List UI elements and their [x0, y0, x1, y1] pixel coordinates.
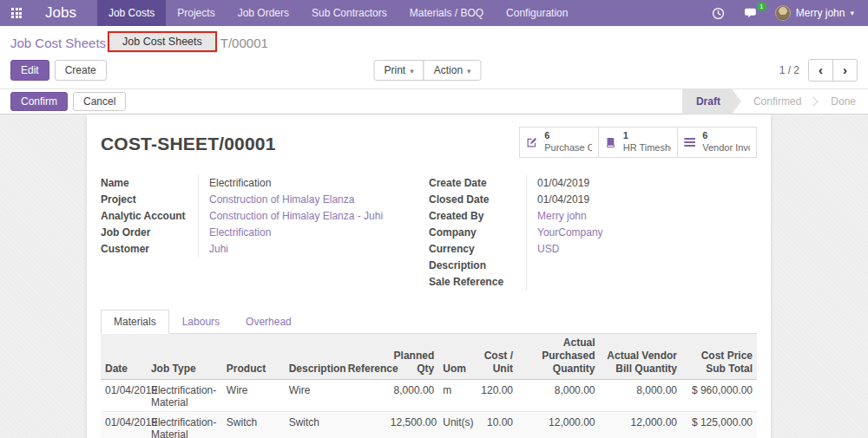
col-product[interactable]: Product	[222, 334, 285, 380]
activities-button[interactable]	[704, 0, 733, 26]
field-label: Description	[429, 258, 526, 273]
stat-button-hr-timesheets[interactable]: 1 HR Timeshe...	[598, 127, 678, 158]
state-done[interactable]: Done	[819, 89, 868, 114]
breadcrumb-highlight-overlay[interactable]: Job Cost Sheets	[108, 31, 217, 52]
menu-item-job-costs[interactable]: Job Costs	[97, 0, 166, 26]
col-reference[interactable]: Reference	[344, 334, 386, 380]
cell-date: 01/04/2019	[101, 411, 147, 438]
field-label: Company	[429, 225, 526, 240]
state-widget: Draft Confirmed Done	[682, 89, 868, 114]
app-title[interactable]: Jobs	[33, 0, 97, 26]
field-company: Company YourCompany	[429, 225, 757, 241]
col-actual-vendor-bill-qty[interactable]: Actual Vendor Bill Quantity	[599, 334, 681, 380]
col-uom[interactable]: Uom	[438, 334, 475, 380]
field-project: Project Construction of Himalay Elanza	[101, 192, 429, 208]
field-value: Electrification	[198, 175, 429, 192]
field-label: Project	[101, 192, 198, 207]
field-value-link[interactable]: Electrification	[198, 225, 429, 241]
field-label: Analytic Account	[101, 208, 198, 224]
message-count-badge: 1	[757, 2, 766, 11]
table-header-row: Date Job Type Product Description Refere…	[101, 334, 757, 380]
cell-uom: Unit(s)	[438, 411, 475, 438]
cell-description: Wire	[285, 380, 344, 412]
breadcrumb-current: T/00001	[220, 36, 268, 50]
cell-product: Switch	[222, 411, 285, 438]
stat-button-vendor-invoices[interactable]: 6 Vendor Invoi...	[677, 127, 757, 158]
book-icon	[605, 135, 616, 150]
main-menu: Job Costs Projects Job Orders Sub Contra…	[97, 0, 580, 26]
cell-cost-unit: 10.00	[475, 411, 517, 438]
content-area: COST-SHEET/00001 6 Purchase Or... 1 HR T…	[0, 114, 868, 438]
field-sale-reference: Sale Reference	[429, 274, 757, 291]
cell-job-type: Electrification-Material	[147, 380, 222, 412]
stat-label: HR Timeshe...	[623, 142, 671, 154]
state-draft[interactable]: Draft	[682, 89, 741, 114]
field-value: 01/04/2019	[526, 175, 757, 192]
field-label: Closed Date	[429, 192, 526, 207]
col-job-type[interactable]: Job Type	[147, 334, 222, 380]
table-row[interactable]: 01/04/2019 Electrification-Material Swit…	[101, 411, 757, 438]
field-job-order: Job Order Electrification	[101, 225, 429, 241]
cell-actual-purchased-qty: 12,000.00	[517, 411, 600, 438]
stat-count: 1	[623, 130, 671, 142]
cell-job-type: Electrification-Material	[147, 411, 222, 438]
field-analytic-account: Analytic Account Construction of Himalay…	[101, 208, 429, 225]
navbar-systray: 1 Merry john ▾	[704, 0, 868, 26]
menu-item-materials-boq[interactable]: Materials / BOQ	[398, 0, 495, 26]
state-confirmed[interactable]: Confirmed	[741, 89, 813, 114]
cell-actual-vendor-bill-qty: 8,000.00	[599, 380, 681, 412]
apps-menu-button[interactable]	[0, 0, 33, 26]
create-button[interactable]: Create	[55, 60, 107, 81]
cell-description: Switch	[285, 411, 344, 438]
col-date[interactable]: Date	[101, 334, 147, 380]
field-value-link[interactable]: Juhi	[198, 241, 429, 258]
user-menu[interactable]: Merry john ▾	[770, 5, 859, 21]
breadcrumb-parent-link[interactable]: Job Cost Sheets	[10, 36, 106, 50]
chevron-down-icon: ▾	[410, 67, 414, 75]
field-value-link[interactable]: Construction of Himalay Elanza	[198, 192, 429, 208]
pager-next-button[interactable]: ›	[832, 59, 858, 82]
field-value-link[interactable]: YourCompany	[526, 225, 757, 241]
messages-button[interactable]: 1	[736, 0, 766, 26]
field-value-link[interactable]: Merry john	[526, 208, 757, 225]
tab-labours[interactable]: Labours	[169, 310, 233, 334]
table-row[interactable]: 01/04/2019 Electrification-Material Wire…	[101, 380, 757, 412]
field-value	[526, 274, 757, 291]
field-value-link[interactable]: Construction of Himalay Elanza - Juhi	[198, 208, 429, 225]
avatar	[775, 5, 791, 21]
col-description[interactable]: Description	[285, 334, 344, 380]
col-actual-purchased-qty[interactable]: Actual Purchased Quantity	[517, 334, 600, 380]
stat-count: 6	[544, 130, 592, 142]
top-navbar: Jobs Job Costs Projects Job Orders Sub C…	[0, 0, 868, 26]
menu-item-projects[interactable]: Projects	[166, 0, 226, 26]
menu-item-job-orders[interactable]: Job Orders	[227, 0, 300, 26]
cell-actual-vendor-bill-qty: 12,000.00	[599, 411, 681, 438]
field-label: Create Date	[429, 175, 526, 191]
tab-overhead[interactable]: Overhead	[233, 310, 305, 334]
field-customer: Customer Juhi	[101, 241, 429, 258]
chevron-down-icon: ▾	[850, 9, 854, 17]
apps-grid-icon	[11, 8, 22, 18]
col-cost-price-sub-total[interactable]: Cost Price Sub Total	[681, 334, 757, 380]
print-button[interactable]: Print▾	[373, 60, 424, 81]
cell-cost-price-subtotal: $ 125,000.00	[681, 411, 757, 438]
chat-icon	[744, 7, 759, 20]
cancel-button[interactable]: Cancel	[73, 92, 126, 111]
field-created-by: Created By Merry john	[429, 208, 757, 225]
confirm-button[interactable]: Confirm	[10, 92, 68, 111]
field-value-link[interactable]: USD	[526, 241, 757, 258]
edit-button[interactable]: Edit	[10, 60, 49, 81]
menu-item-configuration[interactable]: Configuration	[495, 0, 579, 26]
cell-date: 01/04/2019	[101, 380, 147, 412]
page-title: COST-SHEET/00001	[101, 134, 276, 154]
menu-item-sub-contractors[interactable]: Sub Contractors	[300, 0, 398, 26]
pager-prev-button[interactable]: ‹	[808, 59, 833, 82]
stat-label: Purchase Or...	[544, 142, 592, 154]
cell-planned-qty: 8,000.00	[386, 380, 438, 412]
field-name: Name Electrification	[101, 175, 429, 192]
action-button[interactable]: Action▾	[424, 60, 482, 81]
tab-materials[interactable]: Materials	[101, 310, 169, 334]
cell-cost-price-subtotal: $ 960,000.00	[681, 380, 757, 412]
stat-button-purchase-orders[interactable]: 6 Purchase Or...	[519, 127, 599, 158]
col-cost-unit[interactable]: Cost / Unit	[475, 334, 517, 380]
